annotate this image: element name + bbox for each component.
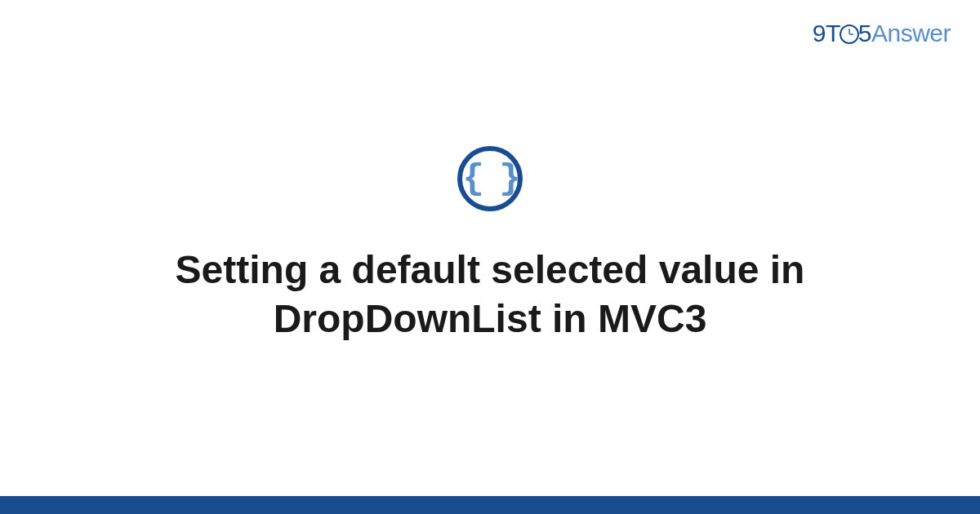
- page-title: Setting a default selected value in Drop…: [98, 246, 882, 343]
- braces-symbol: { }: [462, 161, 517, 197]
- code-braces-icon: { }: [457, 146, 523, 211]
- main-content: { } Setting a default selected value in …: [0, 0, 980, 490]
- topic-icon-wrapper: { }: [457, 146, 523, 211]
- footer-bar: [0, 496, 980, 514]
